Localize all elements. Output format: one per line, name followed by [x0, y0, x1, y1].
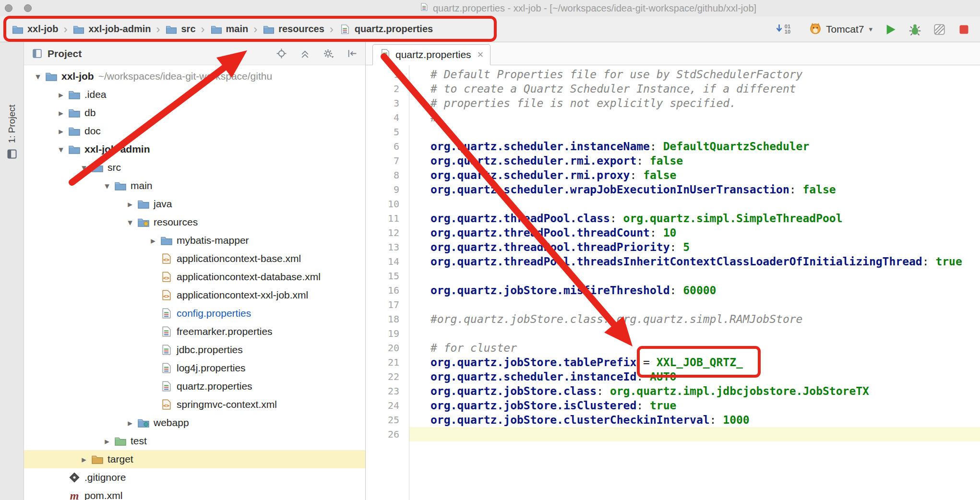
- tree-item-log4j.properties[interactable]: log4j.properties: [24, 359, 365, 377]
- coverage-button[interactable]: [933, 23, 946, 36]
- line-number-11[interactable]: 11: [366, 211, 409, 226]
- tree-item-springmvc-context.xml[interactable]: <>springmvc-context.xml: [24, 395, 365, 414]
- window-minimize-button[interactable]: [24, 4, 32, 12]
- editor-gutter[interactable]: 1234567891011121314151617181920212223242…: [366, 65, 409, 500]
- tree-item-mybatis-mapper[interactable]: ▸mybatis-mapper: [24, 231, 365, 250]
- tab-close-icon[interactable]: ×: [478, 49, 484, 60]
- breadcrumb-resources[interactable]: resources: [263, 24, 324, 35]
- line-number-25[interactable]: 25: [366, 413, 409, 427]
- tree-item-main[interactable]: ▾main: [24, 177, 365, 195]
- line-number-6[interactable]: 6: [366, 139, 409, 154]
- properties-file-icon: [160, 344, 173, 356]
- collapsed-arrow-icon[interactable]: ▸: [100, 436, 114, 447]
- line-number-16[interactable]: 16: [366, 283, 409, 298]
- line-number-8[interactable]: 8: [366, 168, 409, 182]
- run-configuration-selector[interactable]: Tomcat7 ▾: [809, 22, 872, 37]
- breadcrumb-quartz.properties[interactable]: quartz.properties: [339, 24, 433, 35]
- tree-item-src[interactable]: ▾src: [24, 158, 365, 177]
- line-number-14[interactable]: 14: [366, 254, 409, 269]
- tree-item-java[interactable]: ▸java: [24, 195, 365, 213]
- tree-item-applicationcontext-xxl-job.xml[interactable]: <>applicationcontext-xxl-job.xml: [24, 286, 365, 304]
- breadcrumb-main[interactable]: main: [210, 24, 249, 35]
- tree-item-jdbc.properties[interactable]: jdbc.properties: [24, 341, 365, 359]
- editor-code[interactable]: # Default Properties file for use by Std…: [409, 65, 980, 500]
- tree-item-db[interactable]: ▸db: [24, 104, 365, 122]
- line-number-1[interactable]: 1: [366, 67, 409, 82]
- tree-item-freemarker.properties[interactable]: freemarker.properties: [24, 322, 365, 341]
- tree-item-xxl-job[interactable]: ▾xxl-job~/workspaces/idea-git-workspace/…: [24, 67, 365, 85]
- tree-item-config.properties[interactable]: config.properties: [24, 304, 365, 322]
- folder-icon: [68, 89, 81, 100]
- collapsed-arrow-icon[interactable]: ▸: [123, 417, 137, 429]
- stop-button[interactable]: [957, 23, 970, 36]
- line-number-21[interactable]: 21: [366, 355, 409, 369]
- run-button[interactable]: [884, 23, 897, 36]
- hide-icon[interactable]: [347, 48, 358, 59]
- tree-item-label: webapp: [154, 417, 189, 429]
- expanded-arrow-icon[interactable]: ▾: [31, 71, 45, 82]
- line-number-22[interactable]: 22: [366, 369, 409, 384]
- line-number-5[interactable]: 5: [366, 125, 409, 139]
- tree-item-xxl-job-admin[interactable]: ▾xxl-job-admin: [24, 140, 365, 158]
- line-number-4[interactable]: 4: [366, 110, 409, 125]
- project-tool-button[interactable]: 1: Project: [0, 105, 24, 161]
- line-number-13[interactable]: 13: [366, 240, 409, 254]
- code-editor[interactable]: 1234567891011121314151617181920212223242…: [366, 65, 980, 500]
- breadcrumb-xxl-job-admin[interactable]: xxl-job-admin: [72, 24, 151, 35]
- line-number-20[interactable]: 20: [366, 341, 409, 355]
- tree-item-test[interactable]: ▸test: [24, 432, 365, 450]
- line-number-18[interactable]: 18: [366, 312, 409, 326]
- settings-icon[interactable]: [323, 48, 334, 59]
- tree-item-applicationcontext-database.xml[interactable]: <>applicationcontext-database.xml: [24, 268, 365, 286]
- tree-item-.idea[interactable]: ▸.idea: [24, 85, 365, 104]
- breadcrumb-xxl-job[interactable]: xxl-job: [12, 24, 58, 35]
- project-tree[interactable]: ▾xxl-job~/workspaces/idea-git-workspace/…: [24, 65, 365, 500]
- expanded-arrow-icon[interactable]: ▾: [54, 144, 68, 155]
- collapse-all-icon[interactable]: [299, 48, 311, 59]
- code-token: 60000: [683, 284, 716, 297]
- code-line-14: org.quartz.threadPool.threadsInheritCont…: [409, 254, 980, 269]
- line-number-26[interactable]: 26: [366, 427, 409, 441]
- collapsed-arrow-icon[interactable]: ▸: [146, 235, 160, 246]
- line-number-10[interactable]: 10: [366, 197, 409, 211]
- code-line-2: # to create a Quartz Scheduler Instance,…: [409, 82, 980, 96]
- ide-window: quartz.properties - xxl-job - [~/workspa…: [0, 0, 980, 500]
- tree-item-pom.xml[interactable]: mpom.xml: [24, 487, 365, 500]
- expanded-arrow-icon[interactable]: ▾: [100, 180, 114, 191]
- expanded-arrow-icon[interactable]: ▾: [123, 217, 137, 228]
- line-number-15[interactable]: 15: [366, 269, 409, 283]
- tree-item-resources[interactable]: ▾resources: [24, 213, 365, 231]
- collapsed-arrow-icon[interactable]: ▸: [54, 89, 68, 100]
- line-number-19[interactable]: 19: [366, 326, 409, 341]
- collapsed-arrow-icon[interactable]: ▸: [54, 107, 68, 119]
- breadcrumb-src[interactable]: src: [165, 24, 195, 35]
- collapsed-arrow-icon[interactable]: ▸: [123, 199, 137, 210]
- line-number-24[interactable]: 24: [366, 398, 409, 413]
- tree-item-.gitignore[interactable]: .gitignore: [24, 468, 365, 487]
- tree-item-quartz.properties[interactable]: quartz.properties: [24, 377, 365, 395]
- tree-item-doc[interactable]: ▸doc: [24, 122, 365, 140]
- expanded-arrow-icon[interactable]: ▾: [77, 162, 91, 173]
- tree-item-webapp[interactable]: ▸webapp: [24, 414, 365, 432]
- tree-item-label: resources: [154, 216, 198, 228]
- collapsed-arrow-icon[interactable]: ▸: [77, 454, 91, 465]
- folder-icon: [68, 107, 81, 119]
- line-number-23[interactable]: 23: [366, 384, 409, 398]
- window-close-button[interactable]: [5, 4, 12, 12]
- debug-button[interactable]: [908, 23, 921, 36]
- line-number-17[interactable]: 17: [366, 298, 409, 312]
- line-number-7[interactable]: 7: [366, 154, 409, 168]
- maven-file-icon: m: [68, 490, 81, 500]
- tool-window-stripe: 1: Project: [0, 42, 24, 500]
- tree-item-label: freemarker.properties: [177, 326, 273, 337]
- vcs-update-widget[interactable]: 01 10: [775, 24, 790, 35]
- line-number-2[interactable]: 2: [366, 82, 409, 96]
- line-number-9[interactable]: 9: [366, 182, 409, 197]
- collapsed-arrow-icon[interactable]: ▸: [54, 126, 68, 137]
- line-number-12[interactable]: 12: [366, 226, 409, 240]
- tree-item-target[interactable]: ▸target: [24, 450, 365, 468]
- line-number-3[interactable]: 3: [366, 96, 409, 110]
- tree-item-applicationcontext-base.xml[interactable]: <>applicationcontext-base.xml: [24, 250, 365, 268]
- locate-icon[interactable]: [276, 48, 287, 59]
- tab-quartz-properties[interactable]: quartz.properties ×: [372, 44, 490, 65]
